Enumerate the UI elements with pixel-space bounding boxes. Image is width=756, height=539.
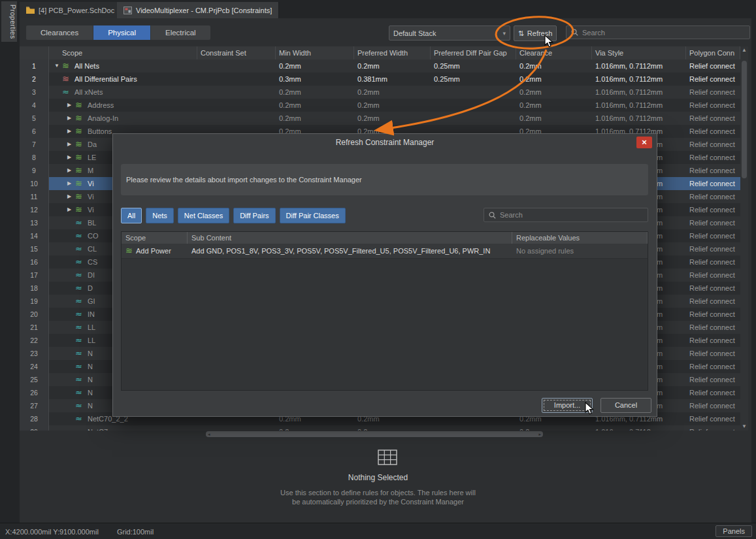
search-input[interactable]: Search: [566, 25, 750, 39]
constraint-set-cell[interactable]: [197, 73, 276, 86]
constraint-set-cell[interactable]: [197, 86, 276, 99]
dialog-search-input[interactable]: Search: [484, 208, 648, 222]
polygon-conn-cell[interactable]: Relief connect: [686, 347, 740, 360]
polygon-conn-cell[interactable]: Relief connect: [686, 216, 740, 229]
min-width-cell[interactable]: 0.2mm: [276, 86, 354, 99]
polygon-conn-cell[interactable]: Relief connect: [686, 282, 740, 295]
tab-pcb-power-schdoc[interactable]: [4] PCB_Power.SchDoc: [20, 2, 122, 18]
via-style-cell[interactable]: 1.016mm, 0.7112mm: [592, 425, 686, 431]
polygon-conn-cell[interactable]: Relief connect: [686, 242, 740, 255]
min-width-cell[interactable]: 0.2mm: [276, 425, 354, 431]
polygon-conn-cell[interactable]: Relief connect: [686, 412, 740, 425]
polygon-conn-cell[interactable]: Relief connect: [686, 229, 740, 242]
scope-cell[interactable]: ▼≋All Nets: [49, 59, 197, 73]
electrical-view-button[interactable]: Electrical: [151, 25, 210, 40]
filter-all-button[interactable]: All: [121, 208, 142, 223]
polygon-conn-cell[interactable]: Relief connect: [686, 138, 740, 151]
clearance-cell[interactable]: 0.2mm: [516, 112, 592, 125]
preferred-diff-pair-gap-cell[interactable]: [431, 86, 516, 99]
header-scope[interactable]: Scope: [49, 46, 197, 59]
stack-select[interactable]: Default Stack ▾: [389, 25, 510, 41]
min-width-cell[interactable]: 0.3mm: [276, 73, 354, 86]
scope-cell[interactable]: ≈All xNets: [49, 86, 197, 99]
polygon-conn-cell[interactable]: Relief connect: [686, 321, 740, 334]
via-style-cell[interactable]: 1.016mm, 0.7112mm: [592, 86, 686, 99]
clearance-cell[interactable]: 0.2mm: [516, 86, 592, 99]
expand-icon[interactable]: ▶: [67, 203, 75, 216]
table-row[interactable]: 1▼≋All Nets0.2mm0.2mm0.25mm0.2mm1.016mm,…: [20, 59, 740, 73]
refresh-button[interactable]: ⇅ Refresh: [514, 25, 557, 41]
polygon-conn-cell[interactable]: Relief connect: [686, 112, 740, 125]
dialog-header-scope[interactable]: Scope: [122, 232, 188, 244]
header-preferred-width[interactable]: Preferred Width: [354, 46, 431, 59]
polygon-conn-cell[interactable]: Relief connect: [686, 203, 740, 216]
header-polygon-conn[interactable]: Polygon Conn: [686, 46, 740, 59]
expand-icon[interactable]: ▶: [67, 177, 75, 190]
constraint-set-cell[interactable]: [197, 59, 276, 73]
min-width-cell[interactable]: 0.2mm: [276, 112, 354, 125]
scope-cell[interactable]: ▶≋Address: [49, 99, 197, 112]
scope-cell[interactable]: ▶≋Analog-In: [49, 112, 197, 125]
polygon-conn-cell[interactable]: Relief connect: [686, 308, 740, 321]
polygon-conn-cell[interactable]: Relief connect: [686, 125, 740, 138]
polygon-conn-cell[interactable]: Relief connect: [686, 151, 740, 164]
expand-icon[interactable]: ▼: [54, 59, 62, 73]
panels-button[interactable]: Panels: [715, 525, 752, 537]
table-row[interactable]: 3≈All xNets0.2mm0.2mm0.2mm1.016mm, 0.711…: [20, 86, 740, 99]
clearance-cell[interactable]: 0.2mm: [516, 425, 592, 431]
polygon-conn-cell[interactable]: Relief connect: [686, 164, 740, 177]
dialog-header-sub-content[interactable]: Sub Content: [188, 232, 512, 244]
preferred-width-cell[interactable]: 0.2mm: [354, 86, 431, 99]
physical-view-button[interactable]: Physical: [93, 25, 151, 40]
preferred-diff-pair-gap-cell[interactable]: 0.25mm: [431, 73, 516, 86]
cancel-button[interactable]: Cancel: [600, 398, 651, 413]
preferred-diff-pair-gap-cell[interactable]: 0.25mm: [431, 59, 516, 73]
polygon-conn-cell[interactable]: Relief connect: [686, 86, 740, 99]
vertical-scrollbar[interactable]: ▲ ▼: [740, 46, 748, 431]
polygon-conn-cell[interactable]: Relief connect: [686, 425, 740, 431]
polygon-conn-cell[interactable]: Relief connect: [686, 386, 740, 399]
header-via-style[interactable]: Via Style: [592, 46, 686, 59]
scroll-down-icon[interactable]: ▼: [740, 423, 748, 431]
clearance-cell[interactable]: 0.2mm: [516, 99, 592, 112]
clearances-view-button[interactable]: Clearances: [26, 25, 93, 40]
polygon-conn-cell[interactable]: Relief connect: [686, 99, 740, 112]
constraint-set-cell[interactable]: [197, 425, 276, 431]
expand-icon[interactable]: ▶: [67, 190, 75, 203]
expand-icon[interactable]: ▶: [67, 99, 75, 112]
polygon-conn-cell[interactable]: Relief connect: [686, 399, 740, 412]
table-row[interactable]: 2≋All Differential Pairs0.3mm0.381mm0.25…: [20, 73, 740, 86]
header-min-width[interactable]: Min Width: [276, 46, 354, 59]
import-button[interactable]: Import...: [542, 398, 593, 413]
polygon-conn-cell[interactable]: Relief connect: [686, 373, 740, 386]
min-width-cell[interactable]: 0.2mm: [276, 59, 354, 73]
header-constraint-set[interactable]: Constraint Set: [197, 46, 276, 59]
polygon-conn-cell[interactable]: Relief connect: [686, 360, 740, 373]
scope-cell[interactable]: ≋All Differential Pairs: [49, 73, 197, 86]
header-preferred-diff-pair-gap[interactable]: Preferred Diff Pair Gap: [431, 46, 516, 59]
table-row[interactable]: 29≈NetC70.2mm0.2mm0.2mm1.016mm, 0.7112mm…: [20, 425, 740, 431]
close-icon[interactable]: ×: [636, 137, 652, 148]
via-style-cell[interactable]: 1.016mm, 0.7112mm: [592, 59, 686, 73]
min-width-cell[interactable]: 0.2mm: [276, 99, 354, 112]
preferred-width-cell[interactable]: 0.2mm: [354, 59, 431, 73]
constraint-set-cell[interactable]: [197, 99, 276, 112]
via-style-cell[interactable]: 1.016mm, 0.7112mm: [592, 112, 686, 125]
preferred-diff-pair-gap-cell[interactable]: [431, 425, 516, 431]
preferred-width-cell[interactable]: 0.2mm: [354, 425, 431, 431]
expand-icon[interactable]: ▶: [67, 151, 75, 164]
header-clearance[interactable]: Clearance: [516, 46, 592, 59]
via-style-cell[interactable]: 1.016mm, 0.7112mm: [592, 73, 686, 86]
dialog-header-replaceable-values[interactable]: Replaceable Values: [512, 232, 648, 244]
polygon-conn-cell[interactable]: Relief connect: [686, 255, 740, 269]
tab-videomultiplexer-constraints[interactable]: VideoMultiplexer - CM.PrjPcb [Constraint…: [117, 2, 279, 18]
clearance-cell[interactable]: 0.2mm: [516, 73, 592, 86]
preferred-width-cell[interactable]: 0.381mm: [354, 73, 431, 86]
scroll-up-icon[interactable]: ▲: [740, 46, 748, 54]
expand-icon[interactable]: ▶: [67, 164, 75, 177]
expand-icon[interactable]: ▶: [67, 138, 75, 151]
expand-icon[interactable]: ▶: [67, 112, 75, 125]
polygon-conn-cell[interactable]: Relief connect: [686, 190, 740, 203]
scope-cell[interactable]: ≈NetC7: [49, 425, 197, 431]
filter-diff-pairs-button[interactable]: Diff Pairs: [233, 208, 275, 223]
